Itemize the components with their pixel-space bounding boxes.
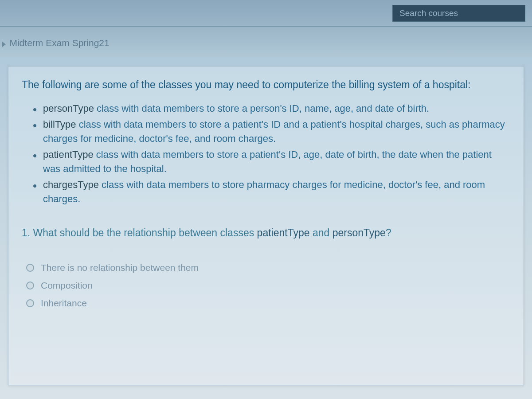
class-desc: class with data members to store a patie… bbox=[43, 149, 492, 174]
question-text: 1. What should be the relationship betwe… bbox=[22, 226, 510, 240]
class-desc: class with data members to store a patie… bbox=[43, 119, 505, 144]
class-name: billType bbox=[43, 119, 76, 130]
question-prefix: 1. What should be the relationship betwe… bbox=[22, 227, 257, 239]
list-item: patientType class with data members to s… bbox=[35, 148, 510, 176]
question-panel: The following are some of the classes yo… bbox=[8, 66, 524, 385]
question-suffix: ? bbox=[386, 227, 391, 239]
class-name: patientType bbox=[43, 149, 94, 160]
option-label: Composition bbox=[41, 280, 93, 291]
breadcrumb-link[interactable]: Midterm Exam Spring21 bbox=[9, 38, 109, 48]
options-group: There is no relationship between them Co… bbox=[22, 262, 510, 309]
class-list: personType class with data members to st… bbox=[22, 102, 510, 206]
option-label: Inheritance bbox=[41, 298, 87, 309]
caret-right-icon bbox=[2, 42, 6, 47]
option-inheritance[interactable]: Inheritance bbox=[26, 298, 510, 309]
question-mid: and bbox=[310, 227, 332, 239]
radio-icon bbox=[26, 282, 34, 289]
intro-text: The following are some of the classes yo… bbox=[22, 78, 510, 92]
top-bar bbox=[0, 0, 532, 27]
option-label: There is no relationship between them bbox=[41, 262, 199, 273]
class-desc: class with data members to store a perso… bbox=[94, 103, 429, 114]
class-name: personType bbox=[43, 103, 94, 114]
breadcrumb: Midterm Exam Spring21 bbox=[0, 27, 532, 57]
radio-icon bbox=[26, 299, 34, 307]
list-item: chargesType class with data members to s… bbox=[35, 178, 510, 206]
radio-icon bbox=[26, 264, 34, 272]
question-term: patientType bbox=[257, 227, 310, 239]
option-no-relationship[interactable]: There is no relationship between them bbox=[26, 262, 510, 273]
list-item: billType class with data members to stor… bbox=[35, 117, 510, 146]
class-name: chargesType bbox=[43, 179, 99, 190]
question-term: personType bbox=[332, 227, 386, 239]
list-item: personType class with data members to st… bbox=[35, 102, 510, 116]
search-input[interactable] bbox=[392, 5, 525, 22]
option-composition[interactable]: Composition bbox=[26, 280, 510, 291]
class-desc: class with data members to store pharmac… bbox=[43, 179, 485, 204]
